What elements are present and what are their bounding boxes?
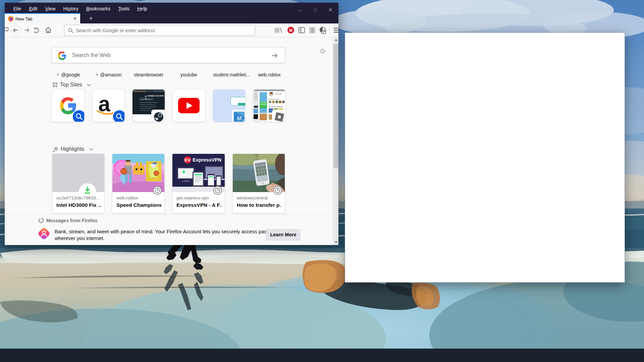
- svg-text:M: M: [289, 28, 292, 33]
- svg-text:M: M: [237, 116, 241, 121]
- svg-text:s: s: [242, 118, 244, 122]
- svg-text:ExpressVPN: ExpressVPN: [193, 157, 221, 163]
- svg-text:EV: EV: [184, 158, 191, 163]
